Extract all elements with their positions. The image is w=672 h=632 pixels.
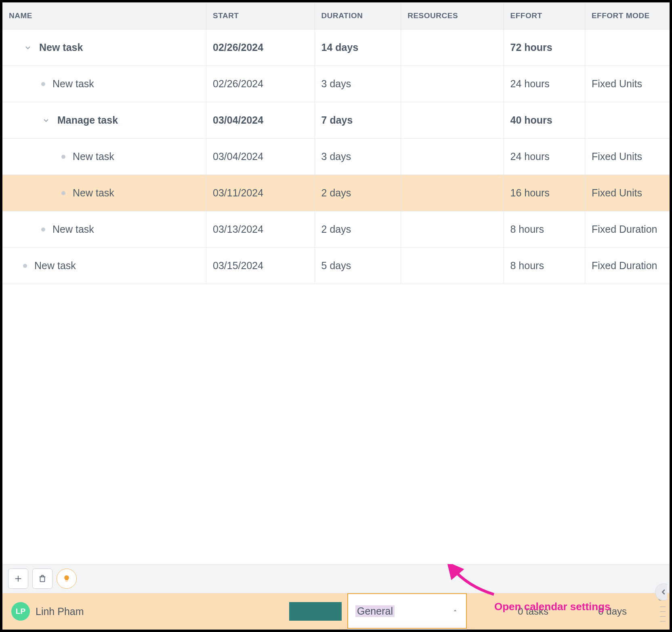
avatar: LP (11, 602, 30, 621)
cell-start[interactable]: 03/04/2024 (206, 139, 315, 175)
lightbulb-icon (63, 575, 71, 583)
task-name[interactable]: New task (52, 223, 94, 235)
table-row[interactable]: New task03/11/20242 days16 hoursFixed Un… (2, 175, 670, 211)
bullet-icon (23, 264, 27, 268)
cell-duration[interactable]: 2 days (315, 211, 401, 248)
calendar-option-general[interactable]: General (347, 629, 467, 632)
task-name[interactable]: Manage task (57, 114, 118, 126)
cell-resources[interactable] (401, 29, 504, 66)
resource-toolbar (2, 564, 670, 593)
col-eff[interactable]: EFFORT (504, 2, 585, 29)
cell-duration[interactable]: 3 days (315, 139, 401, 175)
cell-effort[interactable]: 24 hours (504, 139, 585, 175)
cell-mode[interactable]: Fixed Units (585, 66, 670, 102)
cell-mode[interactable]: Fixed Units (585, 175, 670, 211)
trash-icon (38, 574, 47, 583)
cell-mode[interactable]: Fixed Duration (585, 211, 670, 248)
col-name[interactable]: NAME (2, 2, 206, 29)
cell-effort[interactable]: 72 hours (504, 29, 585, 66)
task-name[interactable]: New task (34, 260, 76, 272)
cell-effort[interactable]: 40 hours (504, 102, 585, 139)
cell-start[interactable]: 03/15/2024 (206, 248, 315, 284)
chevron-down-icon[interactable] (41, 116, 51, 125)
cell-effort[interactable]: 16 hours (504, 175, 585, 211)
bullet-icon (41, 82, 45, 86)
calendar-selected-value: General (355, 605, 395, 617)
cell-start[interactable]: 03/04/2024 (206, 102, 315, 139)
resource-name[interactable]: Linh Pham (36, 606, 84, 617)
resource-color-swatch[interactable] (289, 602, 342, 621)
cell-resources[interactable] (401, 211, 504, 248)
table-row[interactable]: New task03/04/20243 days24 hoursFixed Un… (2, 139, 670, 175)
add-resource-button[interactable] (8, 569, 28, 589)
bullet-icon (61, 191, 65, 195)
table-row[interactable]: New task03/15/20245 days8 hoursFixed Dur… (2, 248, 670, 284)
table-row[interactable]: Manage task03/04/20247 days40 hours (2, 102, 670, 139)
cell-start[interactable]: 03/11/2024 (206, 175, 315, 211)
cell-effort[interactable]: 8 hours (504, 211, 585, 248)
cell-resources[interactable] (401, 139, 504, 175)
delete-resource-button[interactable] (32, 569, 52, 589)
cell-duration[interactable]: 7 days (315, 102, 401, 139)
annotation-text: Open calendar settings (494, 600, 611, 613)
col-mode[interactable]: EFFORT MODE (585, 2, 670, 29)
cell-mode[interactable] (585, 102, 670, 139)
task-table: NAME START DURATION RESOURCES EFFORT EFF… (2, 2, 670, 284)
table-row[interactable]: New task03/13/20242 days8 hoursFixed Dur… (2, 211, 670, 248)
task-name[interactable]: New task (73, 187, 114, 199)
cell-resources[interactable] (401, 66, 504, 102)
cell-effort[interactable]: 8 hours (504, 248, 585, 284)
cell-mode[interactable]: Fixed Units (585, 139, 670, 175)
table-header-row: NAME START DURATION RESOURCES EFFORT EFF… (2, 2, 670, 29)
cell-start[interactable]: 02/26/2024 (206, 66, 315, 102)
cell-duration[interactable]: 14 days (315, 29, 401, 66)
chevron-down-icon[interactable] (23, 43, 33, 53)
table-row[interactable]: New task02/26/20243 days24 hoursFixed Un… (2, 66, 670, 102)
col-start[interactable]: START (206, 2, 315, 29)
cell-duration[interactable]: 3 days (315, 66, 401, 102)
cell-resources[interactable] (401, 175, 504, 211)
col-res[interactable]: RESOURCES (401, 2, 504, 29)
cell-start[interactable]: 02/26/2024 (206, 29, 315, 66)
cell-resources[interactable] (401, 248, 504, 284)
task-name[interactable]: New task (73, 151, 114, 162)
cell-start[interactable]: 03/13/2024 (206, 211, 315, 248)
calendar-dropdown: General + Add calendar (347, 629, 467, 632)
cell-resources[interactable] (401, 102, 504, 139)
calendar-select[interactable]: General (347, 593, 467, 629)
cell-mode[interactable]: Fixed Duration (585, 248, 670, 284)
cell-duration[interactable]: 2 days (315, 175, 401, 211)
table-row[interactable]: New task02/26/202414 days72 hours (2, 29, 670, 66)
col-dur[interactable]: DURATION (315, 2, 401, 29)
task-name[interactable]: New task (52, 78, 94, 90)
task-name[interactable]: New task (39, 42, 83, 53)
chevron-left-icon (659, 588, 668, 596)
bullet-icon (41, 228, 45, 232)
cell-duration[interactable]: 5 days (315, 248, 401, 284)
caret-up-icon (452, 605, 459, 617)
plus-icon (14, 574, 23, 583)
cell-effort[interactable]: 24 hours (504, 66, 585, 102)
svg-rect-2 (40, 577, 45, 581)
cell-mode[interactable] (585, 29, 670, 66)
tip-button[interactable] (57, 569, 77, 589)
bullet-icon (61, 155, 65, 159)
